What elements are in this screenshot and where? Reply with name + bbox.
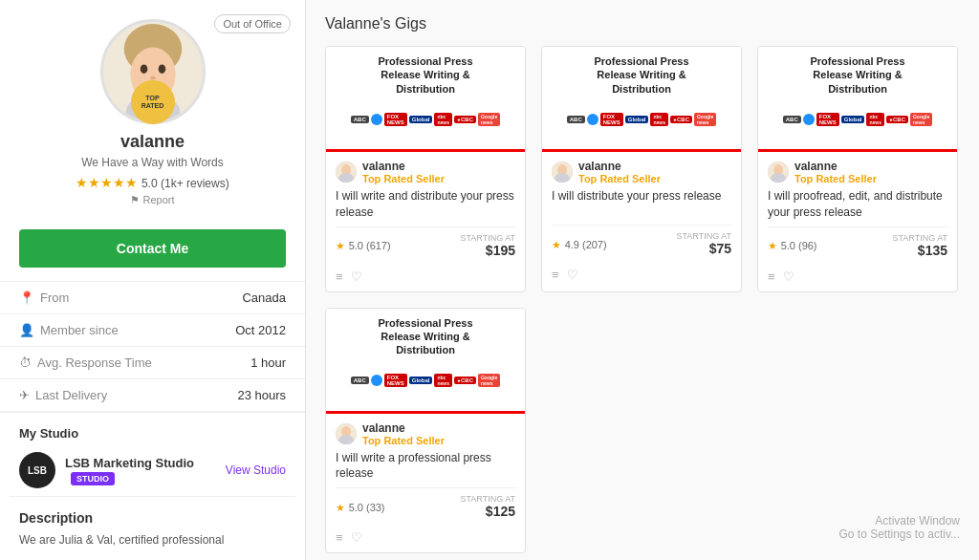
starting-at-label: STARTING AT [460, 494, 515, 504]
info-table: 📍 From Canada 👤 Member since Oct 2012 ⏱ … [0, 281, 305, 412]
rating-stars: ★ [336, 240, 345, 251]
gig-image-title: Professional PressRelease Writing &Distr… [758, 47, 957, 99]
top-rated-seller-label: Top Rated Seller [362, 173, 445, 184]
cbc-logo: ⬥CBC [886, 116, 908, 123]
top-rated-seller-label: Top Rated Seller [578, 173, 661, 184]
gig-rating: ★ 5.0 (96) [768, 238, 817, 252]
gig-image: Professional PressRelease Writing &Distr… [326, 309, 525, 414]
gig-title: I will write a professional press releas… [336, 450, 515, 483]
nbc-logo: nbcnews [434, 374, 452, 387]
studio-name: LSB Marketing Studio STUDIO [65, 456, 216, 485]
username: valanne [19, 132, 286, 152]
avg-response-value: 1 hour [250, 355, 286, 370]
menu-icon[interactable]: ≡ [552, 268, 559, 282]
google-logo: Googlenews [478, 113, 500, 126]
price-section: STARTING AT $75 [676, 231, 731, 256]
profile-section: Out of Office [0, 0, 305, 216]
main-content: Valanne's Gigs Professional PressRelease… [306, 0, 979, 560]
avg-response-row: ⏱ Avg. Response Time 1 hour [0, 347, 305, 379]
gig-price: $135 [918, 243, 947, 258]
gig-title: I will distribute your press release [552, 188, 731, 219]
seller-avatar [336, 423, 357, 444]
gig-footer: ★ 5.0 (96) STARTING AT $135 [768, 226, 947, 258]
tagline: We Have a Way with Words [19, 156, 286, 169]
seller-row: valanne Top Rated Seller [552, 160, 731, 184]
rating-stars: ★ [768, 240, 777, 251]
gig-card[interactable]: Professional PressRelease Writing &Distr… [757, 46, 958, 292]
contact-me-button[interactable]: Contact Me [19, 229, 286, 268]
gig-footer: ★ 5.0 (33) STARTING AT $125 [336, 487, 515, 519]
gig-card[interactable]: Professional PressRelease Writing &Distr… [325, 46, 526, 292]
out-of-office-badge: Out of Office [214, 14, 291, 33]
clock-icon: ⏱ [19, 355, 32, 370]
stars: ★★★★★ [76, 175, 138, 190]
seller-avatar [552, 162, 573, 183]
menu-icon[interactable]: ≡ [336, 269, 343, 284]
seller-row: valanne Top Rated Seller [336, 421, 515, 446]
gig-body: valanne Top Rated Seller I will write a … [326, 414, 525, 526]
abc-logo: ABC [351, 116, 369, 123]
fox-logo: FOXNEWS [384, 113, 407, 126]
cbc-logo: ⬥CBC [454, 116, 476, 123]
gig-body: valanne Top Rated Seller I will distribu… [542, 152, 741, 262]
abc-logo: ABC [351, 377, 369, 384]
member-since-label: 👤 Member since [19, 323, 119, 337]
gig-image-title: Professional PressRelease Writing &Distr… [326, 47, 525, 99]
heart-icon[interactable]: ♡ [783, 269, 794, 284]
cbc-logo: ⬥CBC [454, 377, 476, 384]
menu-icon[interactable]: ≡ [336, 530, 343, 545]
gig-image: Professional PressRelease Writing &Distr… [326, 47, 525, 152]
avg-response-label: ⏱ Avg. Response Time [19, 355, 152, 370]
global-logo: Global [625, 116, 649, 123]
gig-rating: ★ 5.0 (33) [336, 500, 385, 514]
starting-at-label: STARTING AT [892, 233, 947, 243]
gig-image: Professional PressRelease Writing &Distr… [758, 47, 957, 152]
seller-name: valanne [578, 160, 661, 173]
gig-title: I will proofread, edit, and distribute y… [768, 188, 947, 221]
from-value: Canada [242, 291, 286, 305]
gig-price: $75 [709, 241, 731, 256]
from-row: 📍 From Canada [0, 282, 305, 314]
gig-logos: ABC FOXNEWS Global nbcnews ⬥CBC Googlene… [326, 360, 525, 400]
gig-rating: ★ 5.0 (617) [336, 238, 391, 252]
last-delivery-label: ✈ Last Delivery [19, 388, 107, 402]
last-delivery-row: ✈ Last Delivery 23 hours [0, 379, 305, 412]
gig-actions: ≡ ♡ [326, 525, 525, 552]
nbc-logo: nbcnews [866, 113, 884, 126]
my-studio-label: My Studio [0, 412, 305, 444]
circle-logo [587, 114, 598, 125]
rating-count: 5.0 (96) [781, 240, 817, 251]
plane-icon: ✈ [19, 388, 30, 402]
circle-logo [371, 375, 382, 386]
gig-price: $195 [486, 243, 515, 258]
gig-price: $125 [486, 504, 515, 519]
menu-icon[interactable]: ≡ [768, 269, 775, 284]
member-since-value: Oct 2012 [235, 323, 286, 337]
gig-card[interactable]: Professional PressRelease Writing &Distr… [325, 308, 526, 554]
circle-logo [371, 114, 382, 125]
gig-rating: ★ 4.9 (207) [552, 237, 607, 251]
price-section: STARTING AT $135 [892, 233, 947, 258]
fox-logo: FOXNEWS [816, 113, 839, 126]
description-text: We are Julia & Val, certified profession… [19, 531, 286, 549]
svg-point-5 [150, 76, 156, 80]
google-logo: Googlenews [694, 113, 716, 126]
circle-logo [803, 114, 815, 125]
top-rated-badge: TOP RATED [131, 80, 175, 124]
gig-logos: ABC FOXNEWS Global nbcnews ⬥CBC Googlene… [542, 99, 741, 140]
heart-icon[interactable]: ♡ [567, 268, 578, 282]
seller-avatar [336, 162, 357, 183]
gig-actions: ≡ ♡ [326, 264, 525, 291]
pin-icon: 📍 [19, 291, 34, 305]
svg-point-3 [140, 64, 147, 73]
view-studio-link[interactable]: View Studio [226, 463, 286, 477]
rating-count: 5.0 (33) [349, 502, 385, 513]
avatar-wrap: TOP RATED [100, 19, 206, 124]
seller-row: valanne Top Rated Seller [336, 160, 515, 184]
fox-logo: FOXNEWS [384, 374, 407, 387]
gig-card[interactable]: Professional PressRelease Writing &Distr… [541, 46, 742, 292]
report-link[interactable]: ⚑ Report [19, 194, 286, 206]
heart-icon[interactable]: ♡ [351, 530, 362, 545]
gig-body: valanne Top Rated Seller I will write an… [326, 152, 525, 264]
heart-icon[interactable]: ♡ [351, 269, 362, 284]
